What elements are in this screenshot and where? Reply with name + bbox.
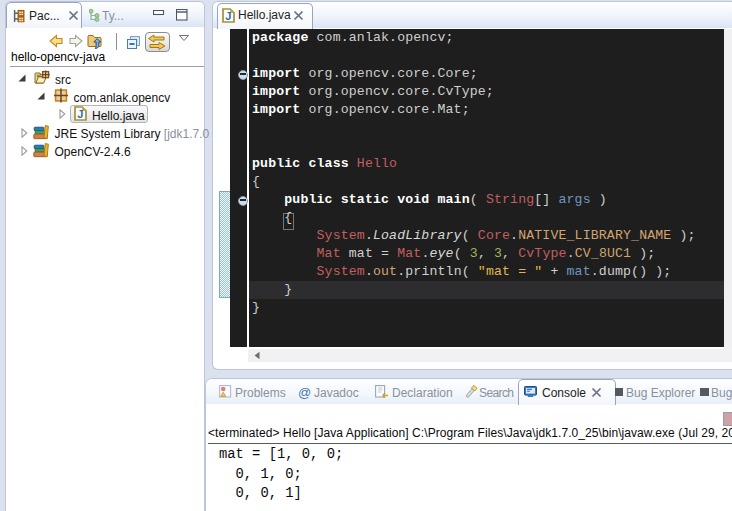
svg-text:J: J xyxy=(77,108,83,120)
svg-text:J: J xyxy=(225,10,231,22)
